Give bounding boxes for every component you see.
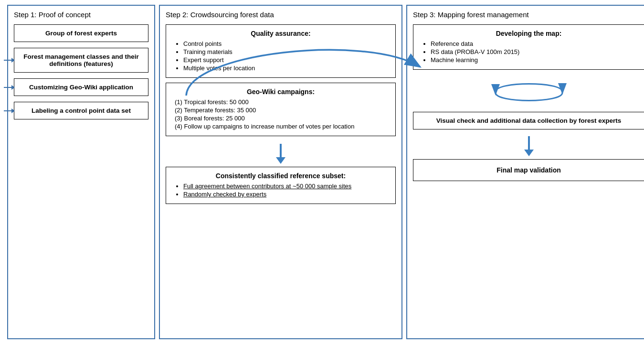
map-item-1: Reference data [431, 40, 637, 47]
customizing-geo-box: Customizing Geo-Wiki application [14, 78, 148, 96]
labeling-label: Labeling a control point data set [32, 107, 131, 114]
arrow-down-shape [276, 144, 285, 164]
down-arrow-col2 [166, 144, 396, 164]
qa-item-2: Training materials [183, 48, 389, 55]
group-experts-label: Group of forest experts [45, 30, 117, 37]
final-validation-label: Final map validation [496, 166, 561, 174]
qa-list: Control points Training materials Expert… [173, 40, 389, 72]
reference-box: Consistently classified reference subset… [166, 167, 396, 204]
step1-header: Step 1: Proof of concept [14, 11, 148, 19]
visual-check-label: Visual check and additional data collect… [436, 117, 622, 124]
column-3: Step 3: Mapping forest management Develo… [406, 5, 644, 339]
qa-item-4: Multiple votes per location [183, 64, 389, 72]
final-validation-box: Final map validation [413, 159, 644, 181]
group-experts-box: Group of forest experts [14, 24, 148, 42]
cycle-arrows [413, 76, 644, 110]
map-list: Reference data RS data (PROBA-V 100m 201… [420, 40, 637, 64]
cycle-arrows-svg [481, 76, 577, 108]
labeling-box: Labeling a control point data set [14, 102, 148, 119]
geo-item-1: (1) Tropical forests: 50 000 [175, 98, 389, 106]
qa-title: Quality assurance: [173, 30, 389, 37]
ref-item-2: Randomly checked by experts [183, 191, 389, 198]
arrow-stem [280, 144, 282, 157]
geo-item-4: (4) Follow up campaigns to increase numb… [175, 123, 389, 130]
geo-wiki-title: Geo-Wiki campaigns: [173, 88, 389, 96]
arrow-forest-management [4, 58, 15, 63]
down-arrow-col3 [413, 136, 644, 156]
map-title: Developing the map: [420, 30, 637, 37]
geo-item-2: (2) Temperate forests: 35 000 [175, 107, 389, 114]
visual-check-box: Visual check and additional data collect… [413, 112, 644, 129]
reference-title: Consistently classified reference subset… [173, 172, 389, 180]
step2-header: Step 2: Crowdsourcing forest data [166, 11, 396, 19]
map-item-2: RS data (PROBA-V 100m 2015) [431, 48, 637, 55]
ref-item-1: Full agreement between contributors at ~… [183, 183, 389, 190]
arrow-head [276, 157, 285, 164]
customizing-label: Customizing Geo-Wiki application [29, 84, 133, 91]
column-1: Step 1: Proof of concept Group of forest… [7, 5, 155, 339]
qa-item-1: Control points [183, 40, 389, 47]
step3-header: Step 3: Mapping forest management [413, 11, 644, 19]
quality-assurance-box: Quality assurance: Control points Traini… [166, 24, 396, 78]
arrow-down-col3-shape [524, 136, 534, 156]
column-2: Step 2: Crowdsourcing forest data Qualit… [159, 5, 402, 339]
qa-item-3: Expert support [183, 56, 389, 64]
arrow-head-col3 [524, 150, 534, 156]
arrow-customizing [4, 85, 15, 90]
map-item-3: Machine learning [431, 56, 637, 64]
forest-management-box: Forest management classes and their defi… [14, 48, 148, 73]
forest-management-label: Forest management classes and their defi… [23, 53, 139, 67]
arrow-labeling [4, 108, 15, 113]
geo-wiki-box: Geo-Wiki campaigns: (1) Tropical forests… [166, 83, 396, 136]
geo-item-3: (3) Boreal forests: 25 000 [175, 115, 389, 122]
arrow-stem-col3 [528, 136, 530, 150]
reference-list: Full agreement between contributors at ~… [173, 183, 389, 198]
geo-wiki-items: (1) Tropical forests: 50 000 (2) Tempera… [173, 98, 389, 130]
developing-map-box: Developing the map: Reference data RS da… [413, 24, 644, 70]
